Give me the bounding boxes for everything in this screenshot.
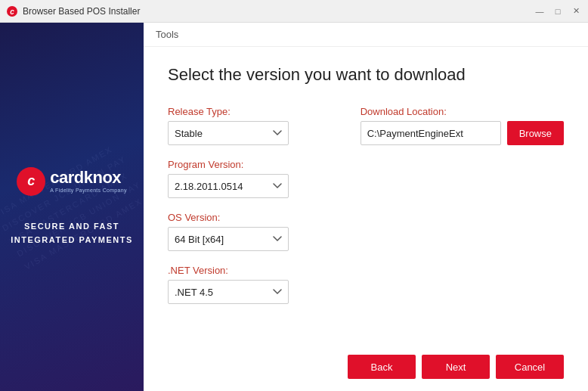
footer: Back Next Cancel bbox=[144, 346, 588, 391]
cancel-button[interactable]: Cancel bbox=[496, 355, 564, 379]
program-version-select[interactable]: 2.18.2011.0514 bbox=[168, 174, 289, 198]
tools-bar: Tools bbox=[144, 23, 588, 47]
release-type-label: Release Type: bbox=[168, 106, 330, 117]
sidebar-tagline: SECURE AND FAST INTEGRATED PAYMENTS bbox=[11, 220, 133, 247]
logo-brand: cardknox bbox=[50, 169, 126, 186]
form-grid: Release Type: Stable Beta RC Program Ver… bbox=[168, 106, 564, 334]
content-area: Tools Select the version you want to dow… bbox=[144, 23, 588, 391]
title-bar: c Browser Based POS Installer — □ ✕ bbox=[0, 0, 588, 23]
program-version-label: Program Version: bbox=[168, 159, 330, 170]
logo-text-group: cardknox A Fidelity Payments Company bbox=[50, 169, 126, 193]
sidebar: VISA MASTERCARD AMEXDISCOVER JCB UNION P… bbox=[0, 23, 144, 391]
maximize-button[interactable]: □ bbox=[552, 5, 564, 17]
tagline-line1: SECURE AND FAST bbox=[24, 222, 119, 231]
program-version-group: Program Version: 2.18.2011.0514 bbox=[168, 159, 330, 198]
main-content: Select the version you want to download … bbox=[144, 47, 588, 346]
logo-icon-text: c bbox=[27, 173, 35, 189]
net-version-select[interactable]: .NET 4.5 .NET 4.8 .NET 6.0 bbox=[168, 280, 289, 304]
minimize-button[interactable]: — bbox=[534, 5, 546, 17]
back-button[interactable]: Back bbox=[348, 355, 416, 379]
os-version-label: OS Version: bbox=[168, 212, 330, 223]
tools-label: Tools bbox=[156, 29, 178, 40]
svg-text:c: c bbox=[10, 8, 14, 16]
download-location-row: Browse bbox=[361, 121, 564, 145]
os-version-select[interactable]: 64 Bit [x64] 32 Bit [x86] bbox=[168, 227, 289, 251]
release-type-group: Release Type: Stable Beta RC bbox=[168, 106, 330, 145]
browse-button[interactable]: Browse bbox=[507, 121, 564, 145]
window-title: Browser Based POS Installer bbox=[23, 6, 534, 17]
window-controls: — □ ✕ bbox=[534, 5, 582, 17]
right-column: Download Location: Browse bbox=[361, 106, 564, 334]
os-version-group: OS Version: 64 Bit [x64] 32 Bit [x86] bbox=[168, 212, 330, 251]
logo-sub: A Fidelity Payments Company bbox=[50, 188, 126, 193]
logo-icon: c bbox=[17, 167, 45, 196]
cardknox-logo: c cardknox A Fidelity Payments Company bbox=[17, 167, 126, 196]
tagline-line2: INTEGRATED PAYMENTS bbox=[11, 235, 133, 244]
download-location-group: Download Location: Browse bbox=[361, 106, 564, 145]
net-version-group: .NET Version: .NET 4.5 .NET 4.8 .NET 6.0 bbox=[168, 265, 330, 304]
page-title: Select the version you want to download bbox=[168, 65, 564, 85]
release-type-select[interactable]: Stable Beta RC bbox=[168, 121, 289, 145]
close-button[interactable]: ✕ bbox=[570, 5, 582, 17]
left-column: Release Type: Stable Beta RC Program Ver… bbox=[168, 106, 330, 334]
logo-area: c cardknox A Fidelity Payments Company S… bbox=[11, 167, 133, 247]
net-version-label: .NET Version: bbox=[168, 265, 330, 276]
app-icon: c bbox=[6, 5, 18, 17]
download-location-input[interactable] bbox=[361, 121, 501, 145]
app-body: VISA MASTERCARD AMEXDISCOVER JCB UNION P… bbox=[0, 23, 588, 391]
next-button[interactable]: Next bbox=[422, 355, 490, 379]
download-location-label: Download Location: bbox=[361, 106, 564, 117]
